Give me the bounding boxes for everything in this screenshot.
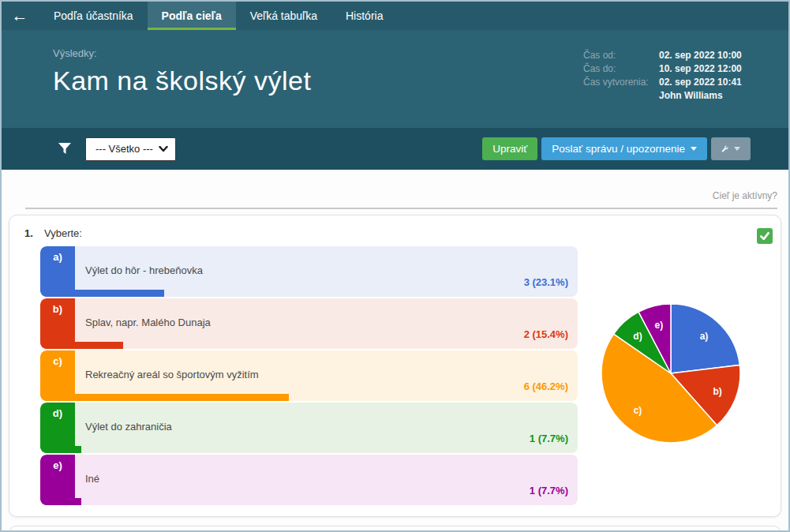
- pie-slice-label: c): [634, 405, 642, 416]
- nav-tab-1[interactable]: Podľa cieľa: [148, 2, 236, 30]
- meta-value: 02. sep 2022 10:00: [659, 49, 777, 62]
- goal-active-label: Cieľ je aktívny?: [713, 190, 777, 201]
- tools-button[interactable]: [711, 137, 751, 160]
- content-area: Cieľ je aktívny? 1. Vyberte: a)Výlet do …: [2, 170, 788, 530]
- results-page: { "nav": { "back_icon": "arrow-left", "t…: [0, 0, 790, 532]
- option-row-d: d)Výlet do zahraničia1 (7.7%): [40, 403, 578, 453]
- meta-label: Čas vytvorenia:: [583, 76, 659, 103]
- caret-down-icon: [734, 147, 740, 151]
- option-label: Výlet do hôr - hrebeňovka: [85, 264, 203, 276]
- question-card: 1. Vyberte: a)Výlet do hôr - hrebeňovka3…: [9, 215, 781, 517]
- nav-tab-0[interactable]: Podľa účastníka: [39, 2, 148, 30]
- pie-slice-label: d): [633, 331, 642, 342]
- results-subtitle: Výsledky:: [53, 47, 311, 59]
- pie-slice-label: a): [700, 331, 709, 342]
- meta-value: 02. sep 2022 10:41John Williams: [659, 76, 777, 103]
- option-progress-bar: [40, 394, 289, 401]
- answer-options: a)Výlet do hôr - hrebeňovka3 (23.1%)b)Sp…: [40, 246, 578, 507]
- edit-button-label: Upraviť: [492, 143, 527, 155]
- option-label: Rekreačný areál so športovým vyžitím: [85, 369, 259, 380]
- divider: [25, 208, 777, 209]
- filter-select-value: --- Všetko ---: [95, 143, 153, 155]
- pie-slice-label: b): [713, 386, 722, 397]
- option-row-c: c)Rekreačný areál so športovým vyžitím6 …: [40, 350, 578, 401]
- option-value: 3 (23.1%): [524, 276, 568, 288]
- pie-slice-label: e): [654, 320, 663, 331]
- option-badge: c): [40, 350, 75, 401]
- meta-label: Čas od:: [583, 49, 659, 62]
- option-badge: d): [40, 403, 75, 453]
- nav-tabs: Podľa účastníkaPodľa cieľaVeľká tabuľkaH…: [39, 2, 397, 30]
- check-icon: [759, 231, 770, 241]
- option-row-a: a)Výlet do hôr - hrebeňovka3 (23.1%): [40, 246, 578, 297]
- option-badge: e): [40, 455, 75, 505]
- option-badge: b): [40, 298, 75, 349]
- option-value: 1 (7.7%): [530, 485, 568, 496]
- meta-label: Čas do:: [583, 62, 659, 76]
- top-nav: ← Podľa účastníkaPodľa cieľaVeľká tabuľk…: [2, 2, 788, 30]
- question-text: Vyberte:: [44, 227, 82, 239]
- send-message-button[interactable]: Poslať správu / upozornenie: [541, 137, 707, 160]
- pie-chart: a)b)c)d)e): [600, 302, 742, 444]
- option-value: 1 (7.7%): [530, 433, 568, 444]
- page-title: Kam na školský výlet: [53, 66, 311, 96]
- send-message-label: Poslať správu / upozornenie: [552, 143, 685, 155]
- option-row-b: b)Splav, napr. Malého Dunaja2 (15.4%): [40, 298, 578, 349]
- toolbar: --- Všetko --- Upraviť Poslať správu / u…: [2, 128, 788, 170]
- option-value: 2 (15.4%): [524, 328, 568, 340]
- wrench-icon: [721, 143, 728, 155]
- option-label: Výlet do zahraničia: [85, 421, 172, 433]
- caret-down-icon: [691, 147, 697, 151]
- option-label: Splav, napr. Malého Dunaja: [85, 317, 211, 328]
- question-number: 1.: [24, 227, 33, 239]
- meta-value: 10. sep 2022 12:00: [659, 62, 777, 76]
- goal-active-checkbox[interactable]: [757, 228, 773, 244]
- next-question-card: [9, 526, 781, 532]
- option-badge: a): [40, 246, 75, 297]
- option-value: 6 (46.2%): [524, 380, 568, 392]
- chevron-down-icon: [159, 146, 168, 152]
- option-row-e: e)Iné1 (7.7%): [40, 455, 578, 505]
- option-label: Iné: [85, 473, 99, 485]
- toolbar-buttons: Upraviť Poslať správu / upozornenie: [482, 137, 751, 160]
- nav-tab-3[interactable]: História: [331, 2, 397, 30]
- filter-select[interactable]: --- Všetko ---: [85, 137, 176, 161]
- time-metadata: Čas od:02. sep 2022 10:00Čas do:10. sep …: [583, 49, 777, 103]
- results-header: Výsledky: Kam na školský výlet Čas od:02…: [2, 30, 788, 128]
- back-arrow-icon[interactable]: ←: [2, 2, 38, 30]
- edit-button[interactable]: Upraviť: [482, 137, 537, 160]
- title-block: Výsledky: Kam na školský výlet: [53, 47, 311, 96]
- nav-tab-2[interactable]: Veľká tabuľka: [236, 2, 331, 30]
- filter-funnel-icon[interactable]: [58, 143, 71, 155]
